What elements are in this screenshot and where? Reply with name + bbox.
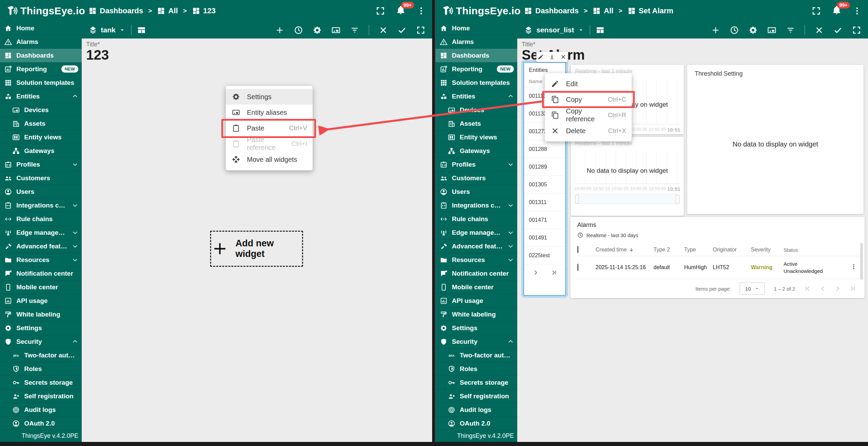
row-checkbox[interactable] <box>577 264 579 271</box>
sidebar-item-entities[interactable]: Entities <box>0 90 82 103</box>
filter-icon[interactable] <box>350 26 359 35</box>
manage-layouts-icon[interactable] <box>137 26 146 35</box>
sidebar-item-notification-center[interactable]: Notification center <box>0 267 82 280</box>
manage-layouts-icon[interactable] <box>596 26 605 35</box>
alarm-table-row[interactable]: 2025-11-14 15:25:16 default HumHigh LHT5… <box>577 256 860 279</box>
sidebar-item-assets[interactable]: Assets <box>0 117 82 130</box>
add-widget-icon[interactable] <box>711 26 720 35</box>
sidebar-item-white-labeling[interactable]: White labeling <box>0 308 82 321</box>
sidebar-item-users[interactable]: Users <box>0 185 82 199</box>
menu-item-delete[interactable]: DeleteCtrl+X <box>545 123 632 139</box>
breadcrumb-item-set-alarm[interactable]: Set Alarm <box>628 6 674 15</box>
sidebar-item-oauth-2-0[interactable]: OAuth 2.0 <box>436 417 517 430</box>
sidebar-item-dashboards[interactable]: Dashboards <box>0 49 82 62</box>
sidebar-item-security[interactable]: Security <box>0 335 82 349</box>
first-page-icon[interactable] <box>804 285 811 292</box>
menu-item-copy[interactable]: CopyCtrl+C <box>545 92 632 107</box>
edit-widget-icon[interactable] <box>538 54 544 60</box>
sidebar-item-customers[interactable]: Customers <box>0 171 82 185</box>
dashboard-settings-icon[interactable] <box>313 26 322 35</box>
sidebar-item-api-usage[interactable]: API usage <box>436 294 517 308</box>
dashboard-state-selector[interactable]: tank <box>89 26 126 34</box>
sidebar-item-entity-views[interactable]: Entity views <box>436 130 517 144</box>
sidebar-item-notification-center[interactable]: Notification center <box>436 267 517 280</box>
notifications-button[interactable]: 99+ <box>396 5 406 16</box>
menu-item-move-all-widgets[interactable]: Move all widgets <box>226 152 313 167</box>
apply-changes-icon[interactable] <box>397 26 407 35</box>
sidebar-item-mobile-center[interactable]: Mobile center <box>436 280 517 294</box>
next-page-icon[interactable] <box>532 269 539 276</box>
sidebar-item-secrets-storage[interactable]: Secrets storage <box>436 376 517 389</box>
sidebar-item-users[interactable]: Users <box>436 185 517 199</box>
more-menu-icon[interactable] <box>852 6 862 16</box>
add-widget-icon[interactable] <box>275 26 284 35</box>
sidebar-item-audit-logs[interactable]: Audit logs <box>0 403 82 417</box>
sidebar-item-edge-management[interactable]: Edge management <box>436 226 517 240</box>
sidebar-item-two-factor-authentication[interactable]: 2FATwo-factor authentication <box>436 349 517 362</box>
last-page-icon[interactable] <box>551 269 557 276</box>
dashboard-title[interactable]: 123 <box>86 47 109 63</box>
sidebar-item-resources[interactable]: Resources <box>0 253 82 267</box>
breadcrumb-item-123[interactable]: 123 <box>192 6 216 15</box>
sidebar-item-reporting[interactable]: ReportingNEW <box>0 62 82 76</box>
fullscreen-icon[interactable] <box>376 6 385 16</box>
breadcrumb-item-all[interactable]: All <box>593 6 613 15</box>
time-range-slider[interactable] <box>576 194 678 204</box>
sidebar-item-entities[interactable]: Entities <box>436 90 517 103</box>
column-originator[interactable]: Originator <box>713 247 751 253</box>
last-page-icon[interactable] <box>849 285 856 292</box>
sidebar-item-home[interactable]: Home <box>436 21 517 35</box>
brand-logo[interactable]: ThingsEye.io <box>442 4 521 18</box>
dashboard-settings-icon[interactable] <box>748 26 758 35</box>
column-type2[interactable]: Type 2 <box>653 247 684 253</box>
filter-icon[interactable] <box>786 26 795 35</box>
menu-item-copy-reference[interactable]: Copy referenceCtrl+R <box>545 107 632 123</box>
sidebar-item-customers[interactable]: Customers <box>436 171 517 185</box>
cancel-edit-icon[interactable] <box>379 26 388 35</box>
fullscreen-icon[interactable] <box>811 6 821 16</box>
column-status[interactable]: Status <box>784 246 828 253</box>
sidebar-item-resources[interactable]: Resources <box>436 253 517 267</box>
sidebar-item-roles[interactable]: Roles <box>436 362 517 376</box>
next-page-icon[interactable] <box>834 285 841 292</box>
column-type[interactable]: Type <box>684 247 713 253</box>
sidebar-item-oauth-2-0[interactable]: OAuth 2.0 <box>0 417 82 430</box>
brand-logo[interactable]: ThingsEye.io <box>6 4 85 18</box>
sidebar-item-rule-chains[interactable]: Rule chains <box>436 212 517 226</box>
sidebar-item-home[interactable]: Home <box>0 21 82 35</box>
sidebar-item-advanced-features[interactable]: Advanced features <box>436 240 517 253</box>
entity-row-001311[interactable]: 001311 <box>524 194 565 211</box>
entity-row-001491[interactable]: 001491 <box>524 229 565 247</box>
sidebar-item-reporting[interactable]: ReportingNEW <box>436 62 517 76</box>
alarms-timewindow[interactable]: Realtime - last 30 days <box>577 232 638 238</box>
entity-row-001471[interactable]: 001471 <box>524 211 565 229</box>
add-new-widget-button[interactable]: Add new widget <box>210 231 303 267</box>
sidebar-item-gateways[interactable]: Gateways <box>436 144 517 158</box>
sidebar-item-solution-templates[interactable]: Solution templates <box>0 76 82 90</box>
sidebar-item-secrets-storage[interactable]: Secrets storage <box>0 376 82 389</box>
sidebar-item-security[interactable]: Security <box>436 335 517 349</box>
sidebar-item-integrations-center[interactable]: Integrations center <box>0 199 82 212</box>
entity-row-001288[interactable]: 001288 <box>524 140 565 158</box>
sidebar-item-entity-views[interactable]: Entity views <box>0 130 82 144</box>
sidebar-item-dashboards[interactable]: Dashboards <box>436 49 517 62</box>
sidebar-item-settings[interactable]: Settings <box>436 321 517 335</box>
sidebar-item-settings[interactable]: Settings <box>0 321 82 335</box>
page-size-select[interactable]: 10 <box>740 282 765 295</box>
sidebar-item-white-labeling[interactable]: White labeling <box>436 308 517 321</box>
sidebar-item-devices[interactable]: Devices <box>0 103 82 117</box>
sidebar-item-rule-chains[interactable]: Rule chains <box>0 212 82 226</box>
cancel-edit-icon[interactable] <box>815 26 824 35</box>
sidebar-item-audit-logs[interactable]: Audit logs <box>436 403 517 417</box>
notifications-button[interactable]: 99+ <box>832 5 841 16</box>
apply-changes-icon[interactable] <box>833 26 842 35</box>
sidebar-item-alarms[interactable]: Alarms <box>436 35 517 49</box>
time-window-icon[interactable] <box>730 26 739 35</box>
sidebar-item-profiles[interactable]: Profiles <box>436 158 517 171</box>
entity-aliases-icon[interactable] <box>767 26 776 35</box>
breadcrumb-item-dashboards[interactable]: Dashboards <box>89 6 143 15</box>
menu-item-entity-aliases[interactable]: Entity aliases <box>226 105 313 120</box>
remove-widget-icon[interactable] <box>560 54 566 60</box>
sidebar-item-roles[interactable]: Roles <box>0 362 82 376</box>
threshold-setting-widget[interactable]: Threshold Setting No data to display on … <box>687 65 864 214</box>
